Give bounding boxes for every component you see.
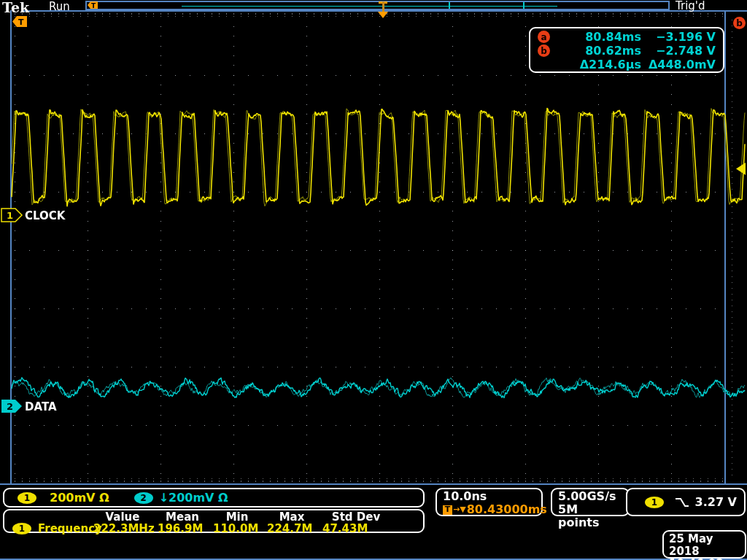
date-text: 25 May 2018 (669, 533, 740, 558)
cursor-readout: a 80.84ms −3.196 V b 80.62ms −2.748 V Δ2… (529, 27, 724, 73)
record-cursor-a-tick (449, 2, 450, 9)
meas-row-badge: 1 (12, 523, 31, 534)
cursor-a-time: 80.84ms (560, 30, 641, 44)
cursor-b-indicator: b (733, 17, 746, 29)
timebase-delay: 80.43000ms (467, 503, 547, 516)
acquisition-readout: 5.00GS/s 5M points (551, 488, 630, 516)
trigger-offscreen-marker: T (12, 16, 28, 28)
ch2-scale: ↓200mV Ω (159, 491, 228, 505)
cursor-a-icon: a (538, 31, 550, 43)
waveform-canvas (0, 0, 747, 560)
trigger-source-badge: 1 (645, 497, 664, 508)
measurement-table: Value Mean Min Max Std Dev 1 Frequency 2… (3, 509, 425, 533)
meas-row-mean: 196.9M (155, 522, 210, 535)
cursor-a-voltage: −3.196 V (641, 30, 716, 44)
cursor-b-time: 80.62ms (560, 44, 641, 58)
meas-row-badge-cell: 1 (9, 523, 35, 534)
ch2-marker-number: 2 (7, 401, 13, 412)
meas-row-value: 222.3MHz (90, 522, 155, 535)
trigger-level: 3.27 V (695, 495, 737, 509)
cursor-b-voltage: −2.748 V (641, 44, 716, 58)
record-cursor-b-tick (523, 2, 525, 9)
record-cursor-span-line (182, 6, 557, 7)
timebase-delay-line: T →▼ 80.43000ms (443, 503, 535, 516)
meas-row-max: 224.7M (264, 522, 320, 535)
record-trigger-icon: T (88, 1, 98, 9)
ch2-waveform-label: DATA (25, 400, 57, 413)
meas-row-name: Frequency (35, 522, 90, 535)
trigger-state: Trig'd (676, 0, 705, 12)
delay-arrow-icon: →▼ (453, 503, 466, 516)
record-view-bar: T (85, 1, 670, 10)
falling-edge-icon (674, 497, 690, 508)
sample-rate: 5.00GS/s (558, 490, 622, 503)
channel-scale-readout: 1 200mV Ω 2 ↓200mV Ω (3, 488, 425, 508)
trigger-offscreen-letter: T (18, 18, 24, 27)
expansion-point-marker (374, 1, 392, 20)
timebase-scale: 10.0ns (443, 490, 535, 503)
tek-logo: Tek (2, 0, 29, 15)
trigger-level-arrow (735, 163, 746, 176)
ch1-scale: 200mV Ω (50, 491, 109, 505)
trigger-readout: 1 3.27 V (626, 488, 746, 516)
cursor-b-icon: b (538, 44, 550, 57)
ch1-position-marker: 1 (1, 208, 23, 222)
delay-trigger-icon: T (443, 505, 452, 515)
meas-row-std: 47.43M (320, 522, 392, 535)
acquisition-state: Run (49, 0, 70, 13)
cursor-delta-voltage: Δ448.0mV (641, 58, 716, 71)
ch1-waveform-label: CLOCK (25, 209, 65, 222)
cursor-delta-time: Δ214.6µs (560, 58, 641, 71)
ch1-badge: 1 (18, 492, 36, 504)
record-length: 5M points (558, 503, 622, 529)
ch1-marker-number: 1 (7, 210, 13, 221)
ch2-position-marker: 2 (1, 399, 23, 413)
ch2-badge: 2 (134, 492, 153, 504)
timebase-readout: 10.0ns T →▼ 80.43000ms (436, 488, 543, 516)
meas-row-min: 110.0M (210, 522, 264, 535)
record-trigger-letter: T (91, 2, 96, 9)
datetime-readout: 25 May 2018 10:46:03 (662, 530, 746, 559)
